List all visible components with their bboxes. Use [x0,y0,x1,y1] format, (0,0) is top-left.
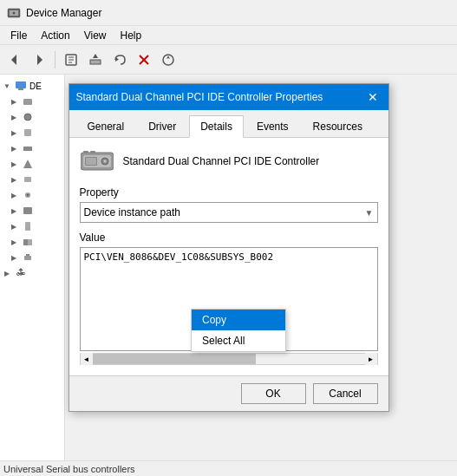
tab-details[interactable]: Details [189,115,244,138]
tab-resources[interactable]: Resources [302,115,374,137]
svg-point-2 [13,11,16,14]
dialog-titlebar: Standard Dual Channel PCI IDE Controller… [69,84,388,110]
cancel-button[interactable]: Cancel [313,383,378,404]
dialog-title: Standard Dual Channel PCI IDE Controller… [76,91,323,103]
menu-help[interactable]: Help [114,28,149,43]
svg-rect-41 [83,151,88,153]
svg-rect-42 [90,151,95,153]
tab-general[interactable]: General [76,115,136,137]
titlebar: Device Manager [0,0,457,26]
properties-button[interactable] [60,49,82,71]
dialog-close-button[interactable]: ✕ [364,88,382,106]
dropdown-arrow-icon: ▼ [365,208,374,218]
context-menu: Copy Select All [191,309,286,352]
dialog-footer: OK Cancel [69,375,388,411]
menu-file[interactable]: File [3,28,34,43]
value-text: PCI\VEN_8086&DEV_1C08&SUBSYS_B002 [84,251,274,263]
main-area: ▼ DE ▶ ▶ ▶ ▶ [0,75,457,476]
scrollbar-track [93,354,365,364]
property-dropdown-value: Device instance path [84,206,180,218]
context-menu-select-all[interactable]: Select All [192,330,285,351]
menu-view[interactable]: View [77,28,114,43]
scroll-right-button[interactable]: ► [365,353,377,365]
forward-button[interactable] [28,49,50,71]
property-dropdown[interactable]: Device instance path ▼ [80,202,378,223]
scroll-left-button[interactable]: ◄ [81,353,93,365]
horizontal-scrollbar[interactable]: ◄ ► [80,353,378,365]
svg-marker-4 [37,55,42,65]
svg-marker-10 [93,54,98,58]
tab-driver[interactable]: Driver [137,115,187,137]
scan-button[interactable] [157,49,180,71]
scrollbar-thumb[interactable] [93,354,256,364]
device-name-label: Standard Dual Channel PCI IDE Controller [123,155,320,167]
ok-button[interactable]: OK [241,383,306,404]
svg-rect-38 [86,158,96,165]
rollback-button[interactable] [108,49,131,71]
update-driver-button[interactable] [84,49,107,71]
svg-marker-3 [11,55,16,65]
titlebar-title: Device Manager [26,7,101,19]
value-label: Value [80,231,378,244]
device-image [80,148,114,174]
menu-action[interactable]: Action [34,28,76,43]
property-label: Property [80,186,378,199]
context-menu-copy[interactable]: Copy [192,310,285,330]
toolbar [0,45,457,75]
device-header: Standard Dual Channel PCI IDE Controller [80,148,378,174]
app-icon [7,6,21,20]
dialog-tabs: General Driver Details Events Resources [69,110,388,138]
menubar: File Action View Help [0,26,457,45]
properties-dialog: Standard Dual Channel PCI IDE Controller… [69,83,389,412]
toolbar-separator-1 [55,51,55,68]
dialog-overlay: Standard Dual Channel PCI IDE Controller… [0,75,457,476]
svg-point-40 [103,160,106,163]
uninstall-button[interactable] [133,49,155,71]
tab-events[interactable]: Events [245,115,300,137]
status-bar: Universal Serial bus controllers [0,460,457,476]
back-button[interactable] [3,49,26,71]
status-text: Universal Serial bus controllers [3,464,135,474]
svg-rect-9 [90,60,101,64]
svg-marker-11 [115,57,119,62]
